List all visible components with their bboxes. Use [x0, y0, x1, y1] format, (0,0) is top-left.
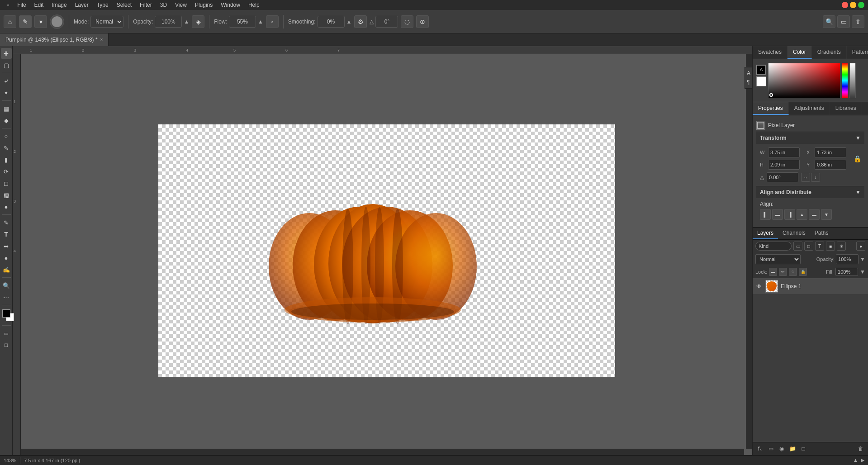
opacity-slider[interactable] [849, 63, 856, 98]
align-left-button[interactable]: ▌ [760, 209, 771, 220]
angle-input[interactable] [375, 16, 398, 28]
tab-color[interactable]: Color [787, 46, 812, 59]
flip-h-button[interactable]: ↔ [801, 173, 810, 182]
align-center-v-button[interactable]: ▬ [809, 209, 820, 220]
healing-tool[interactable]: ○ [1, 131, 12, 142]
eyedropper-tool[interactable]: ◆ [1, 115, 12, 126]
add-layer-fx-button[interactable]: fₓ [755, 444, 764, 453]
layer-item-ellipse1[interactable]: 👁 Ellipse 1 [753, 278, 868, 295]
horizontal-scrollbar[interactable] [21, 449, 744, 455]
layer-filter-shape-button[interactable]: ■ [826, 242, 835, 251]
new-layer-button[interactable]: □ [799, 444, 808, 453]
menu-window[interactable]: Window [217, 1, 244, 9]
color-gradient-field[interactable] [768, 63, 840, 98]
menu-3d[interactable]: 3D [157, 1, 171, 9]
layer-filter-adj-button[interactable]: □ [804, 242, 813, 251]
layer-visibility-button[interactable]: 👁 [755, 283, 763, 290]
brush-tool-button[interactable]: ✎ [19, 15, 32, 28]
magic-wand-tool[interactable]: ✦ [1, 87, 12, 98]
height-input[interactable] [768, 160, 800, 170]
align-header[interactable]: Align and Distribute ▼ [756, 186, 864, 198]
menu-image[interactable]: Image [48, 1, 70, 9]
brush-sample-icon[interactable]: ◌ [401, 15, 413, 28]
tab-patterns[interactable]: Patterns [847, 46, 868, 59]
layer-filter-type-button[interactable]: T [815, 242, 824, 251]
flow-input[interactable] [229, 16, 256, 28]
settings-icon[interactable]: ⚙ [354, 15, 367, 28]
crop-tool[interactable]: ▦ [1, 103, 12, 114]
arrange-icon[interactable]: ▭ [837, 15, 850, 28]
zoom-tool[interactable]: 🔍 [1, 280, 12, 291]
canvas-document[interactable] [158, 124, 615, 377]
tab-paths[interactable]: Paths [810, 228, 833, 239]
tab-channels[interactable]: Channels [778, 228, 810, 239]
mode-select[interactable]: Normal [90, 16, 123, 28]
search-icon[interactable]: 🔍 [823, 15, 835, 28]
blend-mode-select[interactable]: Normal [755, 254, 801, 264]
flow-icon[interactable]: ◦ [266, 15, 279, 28]
minimize-button[interactable] [850, 2, 856, 8]
dodge-tool[interactable]: ● [1, 201, 12, 212]
layer-filter-smart-button[interactable]: ☀ [837, 242, 846, 251]
align-bottom-button[interactable]: ▼ [821, 209, 832, 220]
layer-filter-toggle-button[interactable]: ● [856, 242, 865, 251]
quick-mask-tool[interactable]: ▭ [1, 328, 12, 339]
symmetry-icon[interactable]: ⊕ [416, 15, 429, 28]
foreground-color[interactable] [2, 309, 10, 318]
flow-picker-icon[interactable]: ▲ [258, 19, 263, 25]
path-selection-tool[interactable]: ➡ [1, 241, 12, 251]
align-center-h-button[interactable]: ▬ [772, 209, 783, 220]
gradient-tool[interactable]: ▩ [1, 190, 12, 200]
opacity-arrow[interactable]: ▼ [860, 256, 865, 262]
menu-edit[interactable]: Edit [31, 1, 47, 9]
close-button[interactable] [842, 2, 848, 8]
fill-input[interactable] [835, 268, 858, 276]
home-tool-button[interactable]: ⌂ [4, 15, 16, 28]
menu-ps[interactable]: ▫ [4, 1, 13, 9]
selection-tool[interactable]: ▢ [1, 60, 12, 71]
shape-tool[interactable]: ● [1, 252, 12, 263]
menu-plugins[interactable]: Plugins [191, 1, 216, 9]
menu-filter[interactable]: Filter [136, 1, 156, 9]
brush-preview-button[interactable] [50, 14, 64, 29]
new-adjustment-button[interactable]: ◉ [777, 444, 786, 453]
link-dimensions-button[interactable]: 🔒 [854, 150, 861, 168]
background-swatch[interactable] [756, 76, 766, 86]
fill-arrow[interactable]: ▼ [860, 269, 865, 275]
x-input[interactable] [815, 147, 846, 157]
transform-header[interactable]: Transform ▼ [756, 132, 864, 144]
menu-file[interactable]: File [14, 1, 29, 9]
status-icon-1[interactable]: ▲ [853, 457, 858, 463]
opacity-input[interactable] [155, 16, 182, 28]
width-input[interactable] [768, 147, 800, 157]
maximize-button[interactable] [858, 2, 864, 8]
new-group-button[interactable]: 📁 [788, 444, 797, 453]
tab-adjustments[interactable]: Adjustments [789, 102, 830, 115]
brush-options-button[interactable]: ▾ [34, 15, 47, 28]
layers-search-input[interactable] [755, 242, 792, 251]
menu-select[interactable]: Select [113, 1, 135, 9]
delete-layer-button[interactable]: 🗑 [856, 444, 865, 453]
lock-pixels-button[interactable]: ▬ [769, 268, 777, 276]
eraser-tool[interactable]: ◻ [1, 178, 12, 189]
share-icon[interactable]: ⇧ [852, 15, 864, 28]
tab-layers[interactable]: Layers [753, 228, 778, 239]
smoothing-input[interactable] [318, 16, 345, 28]
tab-swatches[interactable]: Swatches [753, 46, 787, 59]
opacity-value-input[interactable] [836, 254, 859, 264]
vertical-scrollbar[interactable] [746, 54, 752, 449]
tab-properties[interactable]: Properties [753, 102, 789, 115]
foreground-swatch[interactable]: A [756, 65, 766, 75]
lock-position-button[interactable]: ✏ [779, 268, 787, 276]
status-icon-2[interactable]: ▶ [861, 457, 864, 463]
brush-tool[interactable]: ✎ [1, 142, 12, 153]
hue-slider[interactable] [842, 63, 848, 98]
stamp-tool[interactable]: ▮ [1, 154, 12, 165]
opacity-picker-icon[interactable]: ▲ [184, 19, 189, 25]
pen-tool[interactable]: ✎ [1, 217, 12, 228]
menu-type[interactable]: Type [93, 1, 112, 9]
smoothing-picker-icon[interactable]: ▲ [346, 19, 352, 25]
tab-libraries[interactable]: Libraries [830, 102, 862, 115]
screen-mode-tool[interactable]: ☐ [1, 340, 12, 351]
lock-artboard-button[interactable]: ♢ [789, 268, 797, 276]
